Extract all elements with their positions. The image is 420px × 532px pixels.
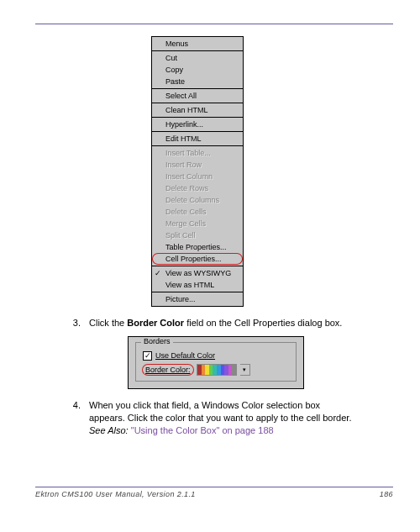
menu-item[interactable]: Paste — [152, 76, 243, 87]
step-number: 3. — [69, 317, 81, 329]
header-rule — [35, 24, 393, 24]
border-color-row: Border Color: ▾ — [141, 364, 291, 376]
menu-item[interactable]: Copy — [152, 64, 243, 76]
menu-item: Split Cell — [152, 229, 243, 241]
step-text: When you click that field, a Windows Col… — [89, 399, 358, 437]
borders-dialog: Borders ✓ Use Default Color Border Color… — [128, 336, 304, 389]
groupbox-legend: Borders — [141, 337, 173, 345]
menu-item[interactable]: Table Properties... — [152, 241, 243, 253]
menu-item[interactable]: Clean HTML — [152, 104, 243, 116]
menu-item: Merge Cells — [152, 218, 243, 229]
color-swatch[interactable] — [197, 364, 237, 376]
menu-item[interactable]: View as HTML — [152, 279, 243, 291]
step-number: 4. — [69, 399, 81, 437]
step-3: 3. Click the Border Color field on the C… — [69, 317, 393, 329]
menu-item: Insert Row — [152, 159, 243, 171]
page-number: 186 — [380, 490, 393, 498]
menu-item-cell-properties[interactable]: Cell Properties... — [152, 253, 243, 265]
menu-item[interactable]: Select All — [152, 90, 243, 102]
menu-item[interactable]: Picture... — [152, 293, 243, 305]
footer-rule — [35, 487, 393, 487]
checkbox-icon[interactable]: ✓ — [143, 351, 152, 361]
footer-title: Ektron CMS100 User Manual, Version 2.1.1 — [35, 490, 196, 498]
use-default-color-row[interactable]: ✓ Use Default Color — [141, 351, 291, 361]
chevron-down-icon[interactable]: ▾ — [240, 364, 250, 376]
menu-item: Insert Table... — [152, 147, 243, 159]
menu-item: Delete Columns — [152, 194, 243, 206]
step-4: 4. When you click that field, a Windows … — [69, 399, 393, 437]
menu-item: Insert Column — [152, 171, 243, 182]
page-footer: Ektron CMS100 User Manual, Version 2.1.1… — [35, 490, 393, 498]
see-also-label: See Also: — [89, 425, 129, 435]
step-text: Click the Border Color field on the Cell… — [89, 317, 342, 329]
menu-item[interactable]: Menus — [152, 38, 243, 50]
menu-item[interactable]: View as WYSIWYG — [152, 267, 243, 279]
menu-item[interactable]: Cut — [152, 52, 243, 64]
menu-item[interactable]: Hyperlink... — [152, 119, 243, 130]
menu-item[interactable]: Edit HTML — [152, 133, 243, 145]
menu-item: Delete Rows — [152, 182, 243, 194]
border-color-label: Border Color: — [143, 365, 193, 375]
context-menu: Menus Cut Copy Paste Select All Clean HT… — [151, 36, 244, 307]
checkbox-label: Use Default Color — [155, 351, 215, 360]
see-also-link[interactable]: "Using the Color Box" on page 188 — [131, 425, 274, 435]
menu-item: Delete Cells — [152, 206, 243, 218]
borders-groupbox: Borders ✓ Use Default Color Border Color… — [135, 342, 297, 382]
